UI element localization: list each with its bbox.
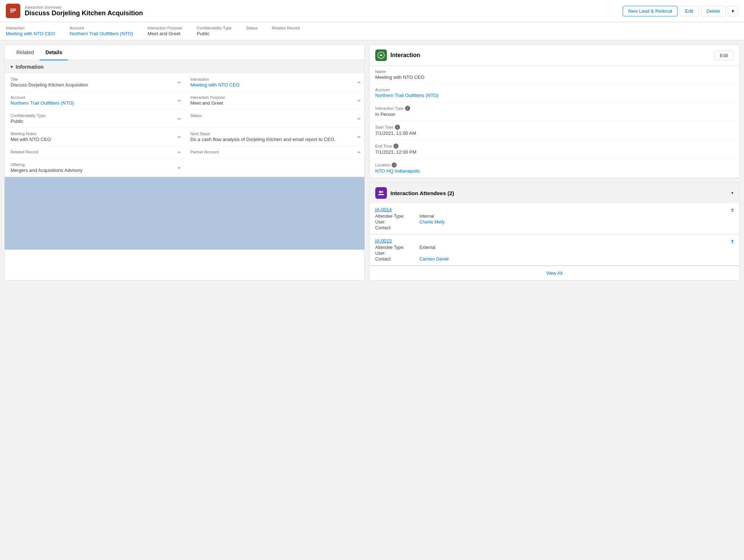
interaction-name-value: Meeting with NTO CEO [375, 74, 733, 80]
field-offering-edit-icon[interactable]: ✏ [178, 165, 181, 170]
interaction-card-icon [375, 49, 387, 61]
field-interaction-value[interactable]: Meeting with NTO CEO [190, 82, 240, 88]
start-time-field: Start Time i 7/1/2021, 11:00 AM [369, 121, 739, 140]
end-time-info-icon: i [393, 144, 399, 149]
svg-point-5 [379, 191, 381, 193]
page-title: Discuss Dorjeling Kitchen Acquisition [25, 9, 143, 17]
summary-bar: Interaction Meeting with NTO CEO Account… [0, 22, 744, 40]
attendees-collapse-icon[interactable]: ▾ [731, 190, 733, 196]
more-actions-button[interactable]: ▾ [728, 6, 738, 16]
summary-confidentiality-label: Confidentiality Type [197, 26, 232, 30]
information-section-header: ▾ Information [5, 60, 364, 73]
interaction-name-field: Name Meeting with NTO CEO [369, 66, 739, 84]
field-meeting-notes-value: Met with NTO CEO [11, 137, 179, 142]
field-interaction-purpose: Interaction Purpose Meet and Greet ✏ [185, 92, 364, 110]
attendee-2-contact-label: Contact: [375, 257, 419, 262]
field-meeting-notes-label: Meeting Notes [11, 132, 179, 136]
interaction-card-body: Name Meeting with NTO CEO Account Northe… [369, 66, 739, 178]
interaction-type-info-icon: i [405, 106, 410, 111]
field-interaction-label: Interaction [190, 77, 359, 81]
section-title: Information [16, 64, 44, 70]
summary-purpose-label: Interaction Purpose [147, 26, 182, 30]
attendee-2-chevron-icon[interactable]: ▾ [731, 238, 733, 243]
blue-lower-section [5, 177, 364, 250]
interaction-card-edit-button[interactable]: Edit [715, 51, 733, 60]
attendee-1-user-value[interactable]: Charlie Melly [420, 219, 733, 225]
field-status-edit-icon[interactable]: ✏ [357, 116, 361, 121]
attendee-1-type-label: Attendee Type: [375, 214, 419, 219]
summary-confidentiality-value: Public [197, 31, 232, 36]
attendee-id-1[interactable]: IA-0014 ▾ [375, 207, 733, 212]
delete-button[interactable]: Delete [701, 6, 725, 16]
interaction-card: Interaction Edit Name Meeting with NTO C… [369, 45, 740, 178]
summary-purpose-value: Meet and Greet [147, 31, 182, 36]
field-interaction-edit-icon[interactable]: ✏ [357, 80, 361, 85]
end-time-label: End Time i [375, 144, 733, 149]
interaction-name-label: Name [375, 69, 733, 74]
field-interaction-purpose-label: Interaction Purpose [190, 95, 359, 100]
field-confidentiality-label: Confidentiality Type [11, 113, 179, 118]
view-all-button[interactable]: View All [369, 266, 739, 280]
interaction-account-value[interactable]: Northern Trail Outfitters (NTO) [375, 93, 439, 98]
tabs: Related Details [5, 45, 364, 60]
summary-account-value[interactable]: Northern Trail Outfitters (NTO) [70, 31, 133, 36]
field-next-steps-value: Do a cash flow analysis of Dorjeling Kit… [190, 137, 359, 142]
field-meeting-notes-edit-icon[interactable]: ✏ [178, 134, 181, 139]
attendee-1-contact-label: Contact: [375, 225, 419, 230]
field-interaction: Interaction Meeting with NTO CEO ✏ [185, 73, 364, 92]
summary-purpose: Interaction Purpose Meet and Greet [147, 26, 182, 36]
field-confidentiality: Confidentiality Type Public ✏ [5, 110, 185, 128]
left-panel: Related Details ▾ Information Title Disc… [4, 45, 365, 281]
field-partner-account-edit-icon[interactable]: ✏ [357, 150, 361, 155]
field-interaction-purpose-edit-icon[interactable]: ✏ [357, 98, 361, 103]
interaction-type-label: Interaction Type i [375, 106, 733, 111]
end-time-field: End Time i 7/1/2021, 12:00 PM [369, 140, 739, 159]
summary-related-record-label: Related Record [272, 26, 300, 30]
field-title-value: Discuss Dorjeling Kitchen Acquisition [11, 82, 179, 88]
interaction-card-title: Interaction [391, 52, 420, 59]
page-header: Interaction Summary Discuss Dorjeling Ki… [0, 0, 744, 22]
edit-button[interactable]: Edit [680, 6, 699, 16]
attendee-id-1-link[interactable]: IA-0014 [375, 207, 392, 212]
field-related-record-edit-icon[interactable]: ✏ [178, 150, 181, 155]
attendee-id-2-link[interactable]: IA-0015 [375, 238, 392, 243]
tab-details[interactable]: Details [40, 45, 68, 60]
svg-rect-2 [10, 10, 16, 11]
attendee-2-fields: Attendee Type: External User: Contact: C… [375, 245, 733, 262]
field-interaction-purpose-value: Meet and Greet [190, 100, 359, 106]
attendees-card-body: IA-0014 ▾ Attendee Type: Internal User: … [369, 203, 739, 280]
svg-rect-3 [10, 12, 14, 12]
section-collapse-icon[interactable]: ▾ [11, 64, 13, 69]
interaction-type-field: Interaction Type i In Person [369, 102, 739, 121]
field-next-steps-edit-icon[interactable]: ✏ [357, 134, 361, 139]
attendee-item-2: IA-0015 ▾ Attendee Type: External User: … [369, 234, 739, 266]
location-value[interactable]: NTO HQ Indianapolis [375, 168, 420, 174]
fields-grid: Title Discuss Dorjeling Kitchen Acquisit… [5, 73, 364, 177]
tab-related[interactable]: Related [11, 45, 40, 60]
field-title-edit-icon[interactable]: ✏ [178, 80, 181, 85]
field-empty-right [185, 159, 364, 177]
field-related-record-label: Related Record [11, 150, 179, 154]
summary-account-label: Account [70, 26, 133, 30]
new-lead-referral-button[interactable]: New Lead & Referral [623, 6, 678, 16]
field-offering-label: Offering [11, 162, 179, 167]
field-confidentiality-edit-icon[interactable]: ✏ [178, 116, 181, 121]
field-account-value[interactable]: Northern Trail Outfitters (NTO) [11, 100, 74, 106]
summary-related-record: Related Record [272, 26, 300, 36]
attendee-id-2[interactable]: IA-0015 ▾ [375, 238, 733, 243]
right-panel: Interaction Edit Name Meeting with NTO C… [369, 45, 740, 281]
field-account-edit-icon[interactable]: ✏ [178, 98, 181, 103]
header-title-block: Interaction Summary Discuss Dorjeling Ki… [25, 5, 143, 17]
interaction-card-header: Interaction Edit [369, 45, 739, 66]
field-title: Title Discuss Dorjeling Kitchen Acquisit… [5, 73, 185, 92]
attendee-1-chevron-icon[interactable]: ▾ [731, 207, 733, 212]
field-status: Status ✏ [185, 110, 364, 128]
summary-status-label: Status [246, 26, 257, 30]
field-status-label: Status [190, 113, 359, 118]
field-offering: Offering Mergers and Acquisitions Adviso… [5, 159, 185, 177]
attendee-1-type-value: Internal [420, 214, 733, 219]
field-confidentiality-value: Public [11, 118, 179, 124]
summary-interaction-value[interactable]: Meeting with NTO CEO [6, 31, 55, 36]
attendees-card-title: Interaction Attendees (2) [391, 190, 454, 196]
attendee-2-contact-value[interactable]: Carmen Daniel [420, 257, 733, 262]
